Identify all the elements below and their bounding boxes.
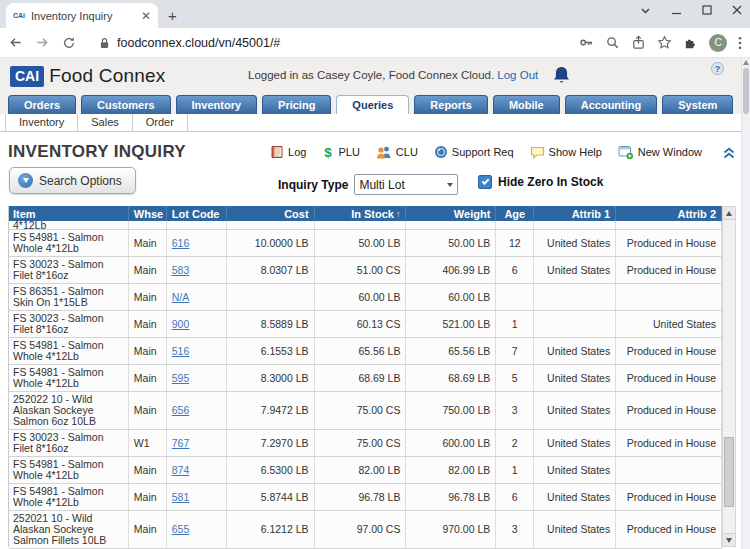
page-scrollbar[interactable]: [741, 58, 750, 549]
col-header-lot-code[interactable]: Lot Code: [167, 206, 227, 221]
collapse-panel-icon[interactable]: [722, 146, 736, 159]
lot-code-link[interactable]: 656: [172, 405, 190, 416]
cell-whse: Main: [129, 484, 167, 510]
tab-queries[interactable]: Queries: [336, 95, 409, 114]
table-header: ItemWhseLot CodeCostIn Stock↑WeightAgeAt…: [9, 206, 722, 221]
col-header-whse[interactable]: Whse: [129, 206, 167, 221]
cell-weight: 60.00 LB: [406, 284, 496, 310]
scroll-up-icon[interactable]: [723, 207, 735, 220]
notifications-bell-icon[interactable]: [552, 66, 571, 87]
lot-code-link[interactable]: N/A: [172, 292, 190, 303]
table-row: FS 54981 - Salmon Whole 4*12LbMain5815.8…: [9, 484, 722, 511]
toolbar-plu[interactable]: $PLU: [322, 145, 359, 159]
cell-cost: [227, 221, 315, 229]
search-options-button[interactable]: Search Options: [9, 167, 136, 194]
tab-mobile[interactable]: Mobile: [493, 95, 560, 114]
cell-attrib2: Produced in House: [616, 430, 722, 456]
page-scroll-up-icon[interactable]: [743, 60, 749, 65]
toolbar-show-help[interactable]: Show Help: [530, 146, 602, 159]
toolbar-support-req[interactable]: Support Req: [434, 145, 514, 159]
toolbar-clu[interactable]: CLU: [376, 145, 418, 159]
new-tab-button[interactable]: +: [168, 7, 177, 24]
new-window-icon: [618, 145, 634, 160]
lot-code-link[interactable]: 767: [172, 438, 190, 449]
tab-inventory[interactable]: Inventory: [176, 95, 258, 114]
table-scrollbar-thumb[interactable]: [724, 437, 734, 507]
lot-code-link[interactable]: 655: [172, 524, 190, 535]
col-header-attrib-1[interactable]: Attrib 1: [534, 206, 616, 221]
tab-system[interactable]: System: [662, 95, 733, 114]
lot-code-link[interactable]: 581: [172, 492, 190, 503]
scroll-down-icon[interactable]: [723, 533, 735, 546]
tab-reports[interactable]: Reports: [414, 95, 488, 114]
logo-name: Food Connex: [49, 65, 165, 87]
col-header-item[interactable]: Item: [9, 206, 129, 221]
cell-lot: 900: [167, 311, 227, 337]
table-row: FS 54981 - Salmon Whole 4*12LbMain61610.…: [9, 230, 722, 257]
page-scrollbar-thumb[interactable]: [743, 68, 749, 114]
sub-nav: InventorySalesOrder: [0, 114, 750, 132]
cell-weight: 521.00 LB: [406, 311, 496, 337]
cell-whse: Main: [129, 365, 167, 391]
tab-search-icon[interactable]: [640, 5, 651, 16]
app-help-icon[interactable]: ?: [711, 62, 724, 75]
lot-code-link[interactable]: 874: [172, 465, 190, 476]
profile-avatar[interactable]: C: [709, 34, 727, 52]
key-icon[interactable]: [579, 35, 594, 50]
logout-link[interactable]: Log Out: [497, 69, 538, 81]
lot-code-link[interactable]: 616: [172, 238, 190, 249]
lot-code-link[interactable]: 516: [172, 346, 190, 357]
col-header-attrib-2[interactable]: Attrib 2: [616, 206, 722, 221]
browser-tab[interactable]: CAi Inventory Inquiry ✕: [6, 3, 158, 28]
cell-weight: 82.00 LB: [406, 457, 496, 483]
lot-code-link[interactable]: 900: [172, 319, 190, 330]
tab-close-icon[interactable]: ✕: [141, 10, 151, 22]
browser-menu-icon[interactable]: [738, 36, 742, 50]
toolbar-log[interactable]: Log: [270, 145, 306, 159]
cell-weight: 600.00 LB: [406, 430, 496, 456]
maximize-icon[interactable]: [702, 5, 712, 15]
col-header-cost[interactable]: Cost: [227, 206, 315, 221]
forward-icon[interactable]: [35, 35, 50, 50]
cell-attrib1: [534, 221, 616, 229]
tab-customers[interactable]: Customers: [81, 95, 170, 114]
share-icon[interactable]: [631, 35, 646, 50]
cell-item: FS 54981 - Salmon Whole 4*12Lb: [9, 230, 129, 256]
col-header-weight[interactable]: Weight: [406, 206, 496, 221]
lot-code-link[interactable]: 583: [172, 265, 190, 276]
minimize-icon[interactable]: [671, 5, 682, 16]
bookmark-star-icon[interactable]: [657, 35, 672, 50]
browser-tab-title: Inventory Inquiry: [31, 10, 135, 22]
hide-zero-checkbox[interactable]: [478, 175, 492, 189]
zoom-icon[interactable]: [605, 35, 620, 50]
tab-accounting[interactable]: Accounting: [565, 95, 658, 114]
logo-cai-badge: CAI: [10, 66, 44, 87]
subtab-sales[interactable]: Sales: [78, 114, 133, 131]
cell-cost: 7.2970 LB: [227, 430, 315, 456]
lot-code-link[interactable]: 595: [172, 373, 190, 384]
url-text[interactable]: foodconnex.cloud/vn/45001/#: [117, 36, 579, 50]
cell-item: FS 54981 - Salmon Whole 4*12Lb: [9, 365, 129, 391]
cell-item: 252022 10 - Wild Alaskan Sockeye Salmon …: [9, 392, 129, 429]
extensions-icon[interactable]: [683, 35, 698, 50]
toolbar-new-window[interactable]: New Window: [618, 145, 702, 160]
col-header-age[interactable]: Age: [496, 206, 534, 221]
table-scrollbar[interactable]: [722, 206, 736, 547]
reload-icon[interactable]: [62, 36, 76, 50]
tab-pricing[interactable]: Pricing: [262, 95, 331, 114]
cell-item: FS 30023 - Salmon Filet 8*16oz: [9, 311, 129, 337]
subtab-order[interactable]: Order: [133, 114, 188, 131]
app-logo[interactable]: CAI Food Connex: [10, 65, 165, 87]
cell-age: [496, 284, 534, 310]
cell-cost: 8.5889 LB: [227, 311, 315, 337]
inquiry-type-select[interactable]: Multi Lot: [354, 174, 458, 195]
cell-in_stock: 82.00 LB: [315, 457, 407, 483]
subtab-inventory[interactable]: Inventory: [5, 114, 78, 131]
cell-weight: 750.00 LB: [406, 392, 496, 429]
padlock-icon[interactable]: [98, 36, 111, 50]
close-window-icon[interactable]: [732, 5, 742, 15]
col-header-in-stock[interactable]: In Stock↑: [315, 206, 407, 221]
cell-attrib1: United States: [534, 430, 616, 456]
tab-orders[interactable]: Orders: [8, 95, 76, 114]
back-icon[interactable]: [8, 35, 23, 50]
